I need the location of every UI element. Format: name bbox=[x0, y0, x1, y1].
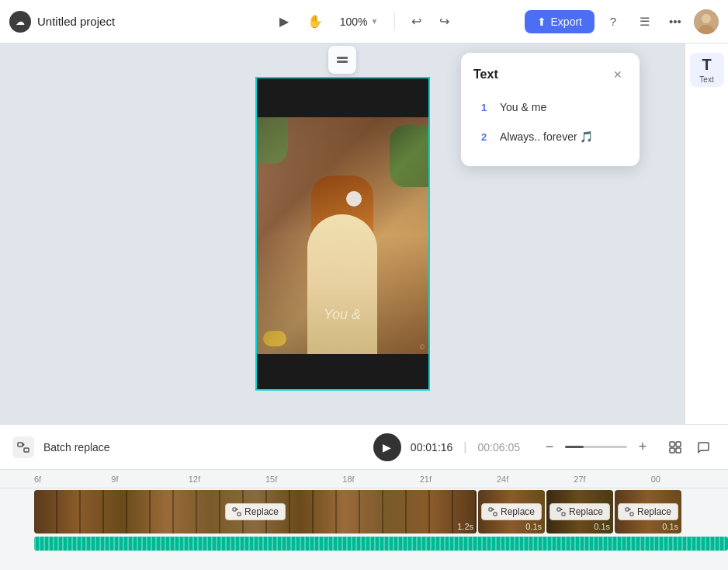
svg-rect-14 bbox=[494, 513, 497, 516]
svg-rect-16 bbox=[562, 513, 565, 516]
text-item-1-label: You & me bbox=[500, 101, 546, 113]
audio-track bbox=[34, 537, 728, 551]
main-video-track: Replace 1.2s Replace 0.1s bbox=[34, 490, 728, 534]
replace-button-2[interactable]: Replace bbox=[481, 503, 542, 520]
right-panel: T Text bbox=[685, 43, 728, 424]
canvas-image[interactable]: You & © bbox=[257, 117, 428, 354]
text-tool-label: Text bbox=[699, 75, 713, 84]
video-clip-4[interactable]: Replace 0.1s bbox=[615, 490, 681, 534]
replace-button-1[interactable]: Replace bbox=[225, 503, 286, 520]
text-panel-title: Text bbox=[473, 68, 498, 82]
clip-duration-1: 1.2s bbox=[457, 522, 473, 531]
text-tool-icon: T bbox=[702, 56, 711, 74]
text-item-2[interactable]: 2 Always.. forever 🎵 bbox=[473, 124, 627, 149]
zoom-slider[interactable] bbox=[565, 446, 627, 448]
batch-replace-label: Batch replace bbox=[43, 441, 110, 454]
text-panel-header: Text ✕ bbox=[473, 65, 627, 84]
text-item-2-label: Always.. forever 🎵 bbox=[500, 130, 593, 143]
play-tool-button[interactable]: ▶ bbox=[272, 9, 296, 34]
resize-handle-button[interactable] bbox=[328, 46, 356, 74]
topbar: ☁ Untitled project ▶ ✋ 100% ▼ ↩ ↪ ⬆ Expo… bbox=[0, 0, 728, 43]
text-panel-close-button[interactable]: ✕ bbox=[608, 65, 627, 84]
queue-button[interactable]: ☰ bbox=[632, 9, 657, 34]
svg-rect-15 bbox=[557, 508, 560, 511]
ruler-mark-24f: 24f bbox=[497, 474, 574, 484]
timeline-ruler: 6f 9f 12f 15f 18f 21f 24f 27f 00 bbox=[0, 470, 728, 488]
replace-label-3: Replace bbox=[569, 506, 603, 517]
svg-rect-8 bbox=[676, 442, 681, 447]
topbar-divider bbox=[393, 12, 394, 31]
zoom-selector[interactable]: 100% ▼ bbox=[334, 12, 385, 31]
canvas-frame: You & © bbox=[255, 77, 430, 391]
undo-redo-group: ↩ ↪ bbox=[404, 9, 456, 34]
svg-rect-13 bbox=[489, 508, 492, 511]
replace-button-4[interactable]: Replace bbox=[618, 503, 678, 520]
figure-container bbox=[300, 160, 385, 354]
more-button[interactable]: ••• bbox=[663, 9, 688, 34]
zoom-value: 100% bbox=[340, 16, 368, 28]
fruits bbox=[263, 331, 286, 346]
ruler-mark-9f: 9f bbox=[111, 474, 188, 484]
zoom-out-button[interactable]: − bbox=[539, 436, 560, 458]
app-logo: ☁ bbox=[9, 11, 31, 33]
ruler-mark-15f: 15f bbox=[265, 474, 342, 484]
timeline-area: 6f 9f 12f 15f 18f 21f 24f 27f 00 Replace… bbox=[0, 469, 728, 570]
video-clip-2[interactable]: Replace 0.1s bbox=[478, 490, 545, 534]
total-timecode: 00:06:05 bbox=[478, 441, 521, 454]
export-button[interactable]: ⬆ Export bbox=[525, 10, 595, 33]
clip-duration-4: 0.1s bbox=[662, 522, 678, 531]
redo-button[interactable]: ↪ bbox=[432, 9, 456, 34]
figure-body bbox=[307, 214, 377, 354]
comment-button[interactable] bbox=[691, 435, 716, 460]
video-clip-1[interactable]: Replace 1.2s bbox=[34, 490, 477, 534]
svg-rect-12 bbox=[237, 513, 241, 516]
figure-bow bbox=[346, 191, 362, 207]
undo-button[interactable]: ↩ bbox=[404, 9, 428, 34]
replace-button-3[interactable]: Replace bbox=[549, 503, 610, 520]
bottom-bar: Batch replace ▶ 00:01:16 | 00:06:05 − + bbox=[0, 424, 728, 469]
text-panel: Text ✕ 1 You & me 2 Always.. forever 🎵 bbox=[461, 53, 640, 166]
svg-rect-4 bbox=[337, 61, 348, 63]
video-clip-3[interactable]: Replace 0.1s bbox=[546, 490, 613, 534]
text-tool-button[interactable]: T Text bbox=[690, 53, 724, 87]
timeline-tracks: Replace 1.2s Replace 0.1s bbox=[0, 488, 728, 570]
canvas-top-section bbox=[257, 78, 428, 117]
ruler-mark-27f: 27f bbox=[574, 474, 650, 484]
help-button[interactable]: ? bbox=[601, 9, 626, 34]
topbar-center-controls: ▶ ✋ 100% ▼ ↩ ↪ bbox=[272, 9, 457, 34]
export-icon: ⬆ bbox=[537, 16, 546, 28]
play-button[interactable]: ▶ bbox=[373, 433, 401, 461]
text-item-2-num: 2 bbox=[481, 131, 492, 143]
zoom-in-button[interactable]: + bbox=[632, 436, 653, 458]
audio-waveform bbox=[34, 537, 728, 551]
canvas-wrapper: You & © bbox=[255, 77, 430, 391]
time-divider: | bbox=[463, 440, 466, 454]
zoom-controls: − + bbox=[539, 436, 653, 458]
text-item-1[interactable]: 1 You & me bbox=[473, 95, 627, 120]
clip-duration-2: 0.1s bbox=[525, 522, 542, 531]
svg-rect-6 bbox=[24, 448, 29, 452]
svg-rect-18 bbox=[630, 513, 633, 516]
zoom-slider-fill bbox=[565, 446, 584, 448]
clip-duration-3: 0.1s bbox=[594, 522, 610, 531]
ruler-mark-00: 00 bbox=[651, 474, 728, 484]
plant-right bbox=[390, 125, 428, 187]
replace-label-2: Replace bbox=[501, 506, 535, 517]
avatar bbox=[694, 9, 719, 34]
main-area: You & © Text ✕ 1 You & me 2 Always.. for… bbox=[0, 43, 728, 424]
plant-left bbox=[257, 117, 288, 164]
svg-rect-11 bbox=[233, 508, 236, 511]
ruler-mark-21f: 21f bbox=[420, 474, 497, 484]
canvas-area: You & © Text ✕ 1 You & me 2 Always.. for… bbox=[0, 43, 685, 424]
text-item-1-num: 1 bbox=[481, 102, 492, 113]
canvas-bottom-section bbox=[257, 354, 428, 391]
hand-tool-button[interactable]: ✋ bbox=[303, 9, 328, 34]
watermark: © bbox=[420, 343, 425, 351]
export-label: Export bbox=[551, 16, 582, 28]
fit-view-button[interactable] bbox=[663, 435, 688, 460]
current-timecode: 00:01:16 bbox=[411, 441, 453, 454]
replace-label-4: Replace bbox=[637, 506, 671, 517]
ruler-mark-6f: 6f bbox=[34, 474, 111, 484]
project-title: Untitled project bbox=[37, 15, 115, 28]
view-buttons bbox=[663, 435, 716, 460]
